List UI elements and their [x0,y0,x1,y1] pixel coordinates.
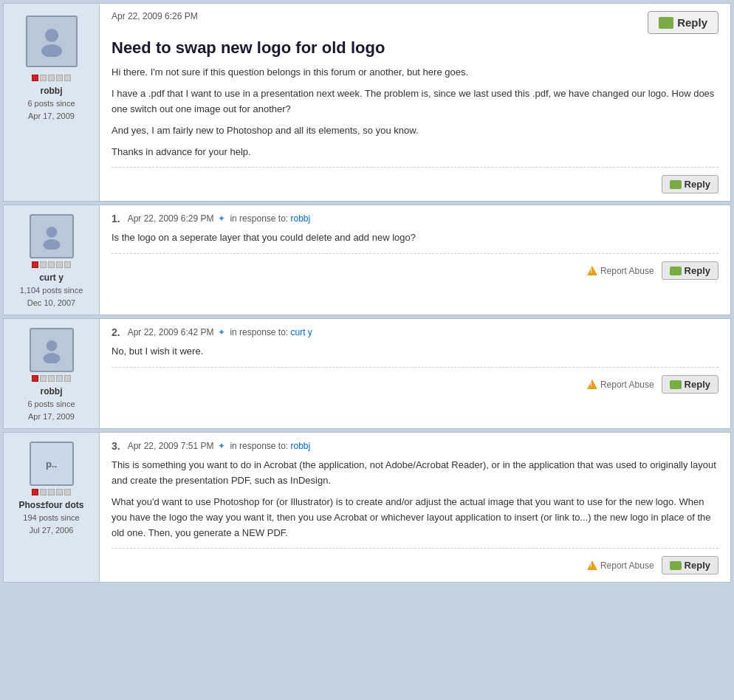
rep-bar-4 [56,75,63,81]
post-date-r2: Apr 22, 2009 6:42 PM [128,327,214,337]
svg-point-2 [46,227,57,238]
rep-bar-r1 [32,261,71,268]
svg-point-5 [43,353,60,363]
post-content-original: Apr 22, 2009 6:26 PM Reply Need to swap … [100,4,730,201]
rep-bar-r3-3 [48,489,55,495]
rep-bar-r3-2 [40,489,47,495]
post-para-3: And yes, I am fairly new to Photoshop an… [112,123,718,139]
avatar-reply1 [30,214,74,258]
post-header-r3: 3. Apr 22, 2009 7:51 PM ✦ in response to… [112,440,718,452]
rep-bar-r2-4 [56,375,63,382]
svg-point-3 [43,239,60,250]
rep-bar-r2-1 [32,375,38,382]
post-reply1: curt y 1,104 posts since Dec 10, 2007 1.… [3,205,731,315]
avatar-reply3: p.. [30,442,74,486]
rep-bar-r2 [32,375,71,382]
post-original: robbj 6 posts since Apr 17, 2009 Apr 22,… [3,3,731,202]
username-r2: robbj [41,386,63,397]
pin-icon-r3: ✦ [218,441,225,451]
avatar [26,16,78,67]
post-body-r3: This is something you want to do in Acro… [112,458,718,541]
user-panel-reply3: p.. Phos±four dots 194 posts since Jul 2… [4,433,100,582]
rep-bar-r1-4 [56,261,63,268]
user-meta-r1: 1,104 posts since Dec 10, 2007 [20,284,83,309]
reply-icon [659,17,673,29]
post-date-r3: Apr 22, 2009 7:51 PM [128,441,214,451]
rep-bar-r2-5 [64,375,71,382]
reply-number-2: 2. [112,326,120,338]
post-content-r2: 2. Apr 22, 2009 6:42 PM ✦ in response to… [100,319,730,428]
in-response-link-r2[interactable]: curt y [291,327,312,337]
post-body-r1: Is the logo on a seperate layer that you… [112,230,718,246]
post-footer-r3: Report Abuse Reply [112,548,718,574]
in-response-r2: in response to: curt y [230,327,312,337]
post-content-r1: 1. Apr 22, 2009 6:29 PM ✦ in response to… [100,205,730,315]
rep-bar-r1-3 [48,261,55,268]
in-response-r1: in response to: robbj [230,213,310,224]
rep-bar-3 [48,75,55,81]
reply-icon-r1 [670,267,682,275]
post-para-2: I have a .pdf that I want to use in a pr… [112,86,718,117]
post-footer-r2: Report Abuse Reply [112,367,718,394]
user-panel-original: robbj 6 posts since Apr 17, 2009 [4,4,100,201]
rep-bar-r3-5 [64,489,71,495]
avatar-reply2 [30,328,74,372]
rep-bar-1 [32,75,38,81]
rep-bar-5 [64,75,71,81]
reply-button-r1[interactable]: Reply [662,261,718,280]
username-r3: Phos±four dots [19,500,84,510]
post-title: Need to swap new logo for old logo [112,38,718,58]
report-abuse-r2[interactable]: Report Abuse [587,380,654,390]
rep-bar-r3 [32,489,71,495]
user-panel-reply2: robbj 6 posts since Apr 17, 2009 [4,319,100,428]
post-body: Hi there. I'm not sure if this question … [112,65,718,159]
rep-bar-r2-2 [40,375,47,382]
reply-number-3: 3. [112,440,120,452]
post-footer-r1: Report Abuse Reply [112,253,718,280]
rep-bar-r1-2 [40,261,47,268]
post-para-r3-2: What you'd want to use Photoshop for (or… [112,495,718,541]
rep-bar-r2-3 [48,375,55,382]
svg-point-0 [45,29,58,42]
user-avatar-icon [35,24,68,59]
reply-button-footer[interactable]: Reply [662,175,718,193]
reply-button-r2[interactable]: Reply [662,375,718,394]
reply-icon-r2 [670,380,682,389]
rep-bar-2 [40,75,47,81]
pin-icon-r1: ✦ [218,213,225,224]
user-meta: 6 posts since Apr 17, 2009 [27,97,75,122]
reply-button-r3[interactable]: Reply [662,556,718,574]
post-para-4: Thanks in advance for your help. [112,145,718,160]
rep-bar-r3-1 [32,489,38,495]
post-reply2: robbj 6 posts since Apr 17, 2009 2. Apr … [3,318,731,429]
svg-point-4 [46,340,57,351]
warning-icon-r2 [587,380,597,389]
reply-label-footer: Reply [685,179,710,190]
report-abuse-r3[interactable]: Report Abuse [587,560,654,571]
post-para-r2-1: No, but I wish it were. [112,344,718,360]
warning-icon-r1 [587,266,597,275]
reply-icon-r3 [670,561,682,570]
reply-number-1: 1. [112,213,120,224]
in-response-link-r3[interactable]: robbj [291,441,311,451]
svg-point-1 [41,44,62,57]
pin-icon-r2: ✦ [218,327,225,337]
user-meta-r2: 6 posts since Apr 17, 2009 [27,398,75,422]
post-footer-original: Reply [112,167,718,193]
post-date-r1: Apr 22, 2009 6:29 PM [128,213,214,224]
reply-label-main: Reply [677,16,707,29]
post-reply3: p.. Phos±four dots 194 posts since Jul 2… [3,432,731,583]
post-para-1: Hi there. I'm not sure if this question … [112,65,718,80]
rep-bar [32,75,71,81]
post-body-r2: No, but I wish it were. [112,344,718,360]
post-para-r3-1: This is something you want to do in Acro… [112,458,718,489]
user-meta-r3: 194 posts since Jul 27, 2006 [23,512,79,536]
post-header-r1: 1. Apr 22, 2009 6:29 PM ✦ in response to… [112,213,718,224]
in-response-link-r1[interactable]: robbj [291,213,311,224]
report-abuse-r1[interactable]: Report Abuse [587,266,654,276]
reply-icon-footer [670,180,682,189]
post-header-r2: 2. Apr 22, 2009 6:42 PM ✦ in response to… [112,326,718,338]
reply-button-main[interactable]: Reply [648,11,718,34]
post-header: Apr 22, 2009 6:26 PM Reply [112,11,718,34]
username: robbj [41,86,63,96]
